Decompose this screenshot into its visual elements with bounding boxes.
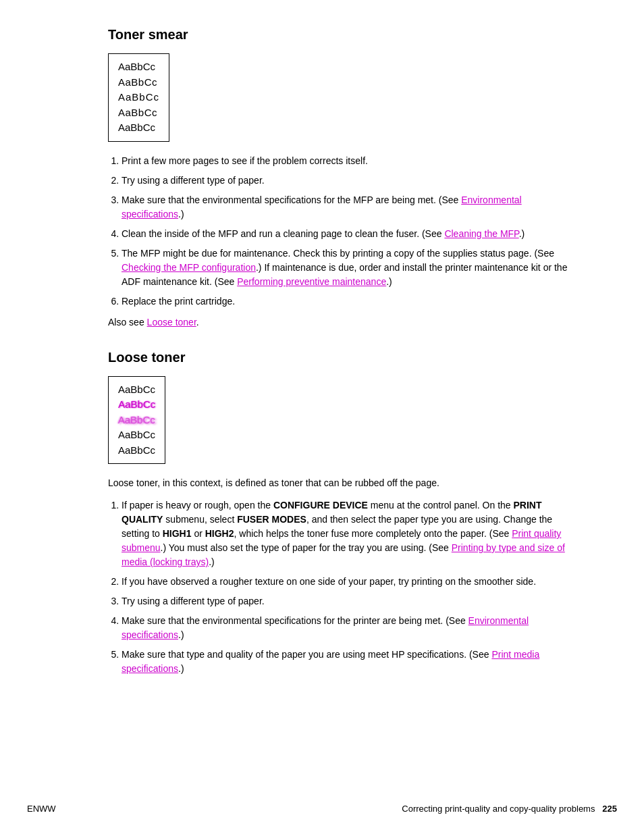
printing-by-type-link[interactable]: Printing by type and size of media (lock…: [122, 542, 565, 567]
loose-step-1-text: If paper is heavy or rough, open the CON…: [122, 500, 565, 567]
loose-toner-link[interactable]: Loose toner: [147, 317, 196, 328]
bold-high1: HIGH1: [163, 528, 192, 539]
loose-toner-sample: AaBbCc AaBbCc AaBbCc AaBbCc AaBbCc: [108, 376, 165, 465]
bold-fuser-modes: FUSER MODES: [237, 514, 306, 525]
env-specs-link-1[interactable]: Environmental specifications: [122, 194, 522, 219]
loose-step-1: If paper is heavy or rough, open the CON…: [122, 498, 576, 569]
step-5-text: The MFP might be due for maintenance. Ch…: [122, 248, 567, 287]
footer: ENWW Correcting print-quality and copy-q…: [0, 804, 644, 814]
step-5: The MFP might be due for maintenance. Ch…: [122, 246, 576, 289]
toner-smear-steps: Print a few more pages to see if the pro…: [122, 154, 576, 309]
loose-toner-title: Loose toner: [108, 350, 576, 365]
bold-high2: HIGH2: [205, 528, 234, 539]
preventive-maintenance-link[interactable]: Performing preventive maintenance: [237, 276, 386, 287]
step-6-text: Replace the print cartridge.: [122, 296, 235, 307]
cleaning-mfp-link[interactable]: Cleaning the MFP: [444, 228, 518, 239]
loose-sample-line-5: AaBbCc: [118, 443, 155, 459]
print-media-specs-link[interactable]: Print media specifications: [122, 649, 539, 674]
env-specs-link-2[interactable]: Environmental specifications: [122, 615, 529, 640]
loose-sample-line-4: AaBbCc: [118, 427, 155, 443]
loose-step-2: If you have observed a rougher texture o…: [122, 575, 576, 589]
sample-line-2: AaBbCc: [118, 75, 159, 90]
loose-toner-section: Loose toner AaBbCc AaBbCc AaBbCc AaBbCc …: [108, 350, 576, 677]
sample-line-3: AaBbCc: [118, 90, 159, 105]
step-3: Make sure that the environmental specifi…: [122, 193, 576, 221]
checking-mfp-link[interactable]: Checking the MFP configuration: [122, 262, 256, 273]
also-see: Also see Loose toner.: [108, 315, 576, 330]
loose-sample-line-2: AaBbCc: [118, 397, 155, 413]
sample-line-1: AaBbCc: [118, 59, 159, 75]
loose-sample-line-1: AaBbCc: [118, 382, 155, 398]
step-3-text: Make sure that the environmental specifi…: [122, 194, 522, 219]
loose-step-5: Make sure that type and quality of the p…: [122, 648, 576, 676]
bold-configure-device: CONFIGURE DEVICE: [273, 500, 368, 511]
page: Toner smear AaBbCc AaBbCc AaBbCc AaBbCc …: [0, 0, 644, 834]
loose-step-4-text: Make sure that the environmental specifi…: [122, 615, 529, 640]
footer-page: 225: [602, 804, 617, 814]
step-1: Print a few more pages to see if the pro…: [122, 154, 576, 168]
loose-step-4: Make sure that the environmental specifi…: [122, 614, 576, 642]
toner-smear-title: Toner smear: [108, 27, 576, 43]
step-6: Replace the print cartridge.: [122, 294, 576, 309]
sample-line-5: AaBbCc: [118, 120, 159, 136]
step-2: Try using a different type of paper.: [122, 174, 576, 188]
sample-line-4: AaBbCc: [118, 105, 159, 121]
step-2-text: Try using a different type of paper.: [122, 175, 265, 186]
loose-step-5-text: Make sure that type and quality of the p…: [122, 649, 539, 674]
footer-enww: ENWW: [27, 804, 56, 814]
step-4-text: Clean the inside of the MFP and run a cl…: [122, 228, 525, 239]
loose-step-3-text: Try using a different type of paper.: [122, 596, 265, 606]
step-1-text: Print a few more pages to see if the pro…: [122, 155, 368, 166]
step-4: Clean the inside of the MFP and run a cl…: [122, 227, 576, 241]
toner-smear-sample: AaBbCc AaBbCc AaBbCc AaBbCc AaBbCc: [108, 53, 169, 142]
loose-sample-line-3: AaBbCc: [118, 413, 155, 428]
footer-chapter: Correcting print-quality and copy-qualit…: [402, 804, 617, 814]
loose-step-3: Try using a different type of paper.: [122, 594, 576, 608]
loose-toner-intro: Loose toner, in this context, is defined…: [108, 476, 576, 490]
toner-smear-section: Toner smear AaBbCc AaBbCc AaBbCc AaBbCc …: [108, 27, 576, 330]
loose-toner-steps: If paper is heavy or rough, open the CON…: [122, 498, 576, 676]
loose-step-2-text: If you have observed a rougher texture o…: [122, 576, 536, 587]
